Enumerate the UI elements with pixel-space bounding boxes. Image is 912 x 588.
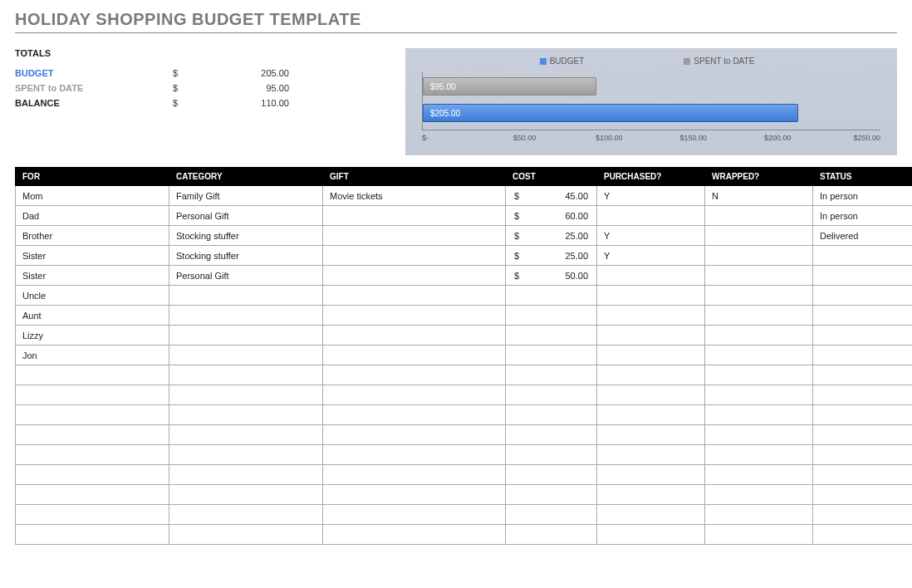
- cell-gift[interactable]: [323, 445, 506, 465]
- cell-for[interactable]: Jon: [16, 345, 169, 365]
- cell-status[interactable]: [813, 365, 913, 385]
- cell-for[interactable]: Aunt: [16, 306, 169, 326]
- cell-gift[interactable]: [323, 525, 506, 545]
- cell-category[interactable]: [169, 485, 323, 505]
- cell-status[interactable]: [813, 485, 913, 505]
- cell-for[interactable]: Sister: [16, 246, 169, 266]
- cell-gift[interactable]: [323, 485, 506, 505]
- table-row[interactable]: [16, 505, 913, 525]
- cell-for[interactable]: [16, 365, 169, 385]
- cell-purchased[interactable]: [597, 425, 705, 445]
- cell-for[interactable]: [16, 505, 169, 525]
- cell-cost[interactable]: [506, 326, 597, 345]
- cell-status[interactable]: [813, 266, 913, 286]
- cell-status[interactable]: In person: [813, 186, 913, 206]
- cell-cost[interactable]: [506, 286, 597, 306]
- table-row[interactable]: MomFamily GiftMovie tickets$45.00YNIn pe…: [16, 186, 913, 206]
- cell-purchased[interactable]: Y: [597, 246, 705, 266]
- cell-category[interactable]: [169, 465, 323, 485]
- cell-for[interactable]: Dad: [16, 206, 169, 226]
- table-row[interactable]: [16, 385, 913, 405]
- table-row[interactable]: [16, 425, 913, 445]
- cell-gift[interactable]: [323, 326, 506, 345]
- cell-for[interactable]: [16, 405, 169, 425]
- cell-wrapped[interactable]: [705, 385, 813, 405]
- cell-gift[interactable]: [323, 385, 506, 405]
- cell-status[interactable]: [813, 525, 913, 545]
- cell-category[interactable]: [169, 445, 323, 465]
- cell-purchased[interactable]: [597, 206, 705, 226]
- table-row[interactable]: SisterStocking stuffer$25.00Y: [16, 246, 913, 266]
- cell-wrapped[interactable]: [705, 286, 813, 306]
- cell-gift[interactable]: [323, 465, 506, 485]
- cell-for[interactable]: [16, 445, 169, 465]
- cell-category[interactable]: Family Gift: [169, 186, 323, 206]
- cell-cost[interactable]: [506, 425, 597, 445]
- cell-purchased[interactable]: [597, 465, 705, 485]
- table-row[interactable]: Jon: [16, 345, 913, 365]
- cell-for[interactable]: [16, 425, 169, 445]
- cell-wrapped[interactable]: [705, 345, 813, 365]
- cell-for[interactable]: Uncle: [16, 286, 169, 306]
- cell-wrapped[interactable]: [705, 445, 813, 465]
- cell-gift[interactable]: [323, 505, 506, 525]
- cell-cost[interactable]: [506, 306, 597, 326]
- cell-cost[interactable]: [506, 465, 597, 485]
- cell-gift[interactable]: [323, 246, 506, 266]
- cell-category[interactable]: [169, 326, 323, 345]
- cell-purchased[interactable]: [597, 505, 705, 525]
- cell-category[interactable]: [169, 525, 323, 545]
- cell-wrapped[interactable]: [705, 246, 813, 266]
- cell-purchased[interactable]: [597, 365, 705, 385]
- cell-purchased[interactable]: [597, 445, 705, 465]
- cell-cost[interactable]: [506, 525, 597, 545]
- cell-for[interactable]: [16, 465, 169, 485]
- cell-status[interactable]: [813, 445, 913, 465]
- cell-gift[interactable]: [323, 365, 506, 385]
- cell-status[interactable]: [813, 425, 913, 445]
- cell-wrapped[interactable]: [705, 226, 813, 246]
- cell-wrapped[interactable]: [705, 505, 813, 525]
- cell-gift[interactable]: [323, 345, 506, 365]
- cell-status[interactable]: [813, 345, 913, 365]
- table-row[interactable]: DadPersonal Gift$60.00In person: [16, 206, 913, 226]
- cell-category[interactable]: Personal Gift: [169, 266, 323, 286]
- cell-wrapped[interactable]: N: [705, 186, 813, 206]
- cell-status[interactable]: [813, 306, 913, 326]
- table-row[interactable]: Uncle: [16, 286, 913, 306]
- cell-category[interactable]: [169, 345, 323, 365]
- cell-category[interactable]: Personal Gift: [169, 206, 323, 226]
- cell-status[interactable]: [813, 326, 913, 345]
- cell-wrapped[interactable]: [705, 485, 813, 505]
- table-row[interactable]: SisterPersonal Gift$50.00: [16, 266, 913, 286]
- cell-gift[interactable]: [323, 405, 506, 425]
- cell-purchased[interactable]: [597, 485, 705, 505]
- table-row[interactable]: BrotherStocking stuffer$25.00YDelivered: [16, 226, 913, 246]
- cell-category[interactable]: [169, 425, 323, 445]
- cell-status[interactable]: [813, 405, 913, 425]
- cell-for[interactable]: [16, 525, 169, 545]
- cell-purchased[interactable]: Y: [597, 226, 705, 246]
- table-row[interactable]: [16, 365, 913, 385]
- cell-wrapped[interactable]: [705, 525, 813, 545]
- cell-cost[interactable]: [506, 345, 597, 365]
- cell-cost[interactable]: $60.00: [506, 206, 597, 226]
- cell-cost[interactable]: [506, 445, 597, 465]
- cell-category[interactable]: [169, 286, 323, 306]
- cell-status[interactable]: [813, 505, 913, 525]
- cell-cost[interactable]: [506, 385, 597, 405]
- cell-category[interactable]: [169, 405, 323, 425]
- cell-wrapped[interactable]: [705, 465, 813, 485]
- cell-purchased[interactable]: Y: [597, 186, 705, 206]
- cell-for[interactable]: Brother: [16, 226, 169, 246]
- cell-cost[interactable]: [506, 365, 597, 385]
- cell-wrapped[interactable]: [705, 306, 813, 326]
- table-row[interactable]: [16, 465, 913, 485]
- cell-category[interactable]: [169, 306, 323, 326]
- cell-cost[interactable]: [506, 485, 597, 505]
- cell-status[interactable]: [813, 465, 913, 485]
- cell-purchased[interactable]: [597, 525, 705, 545]
- cell-wrapped[interactable]: [705, 266, 813, 286]
- cell-gift[interactable]: Movie tickets: [323, 186, 506, 206]
- cell-cost[interactable]: $25.00: [506, 246, 597, 266]
